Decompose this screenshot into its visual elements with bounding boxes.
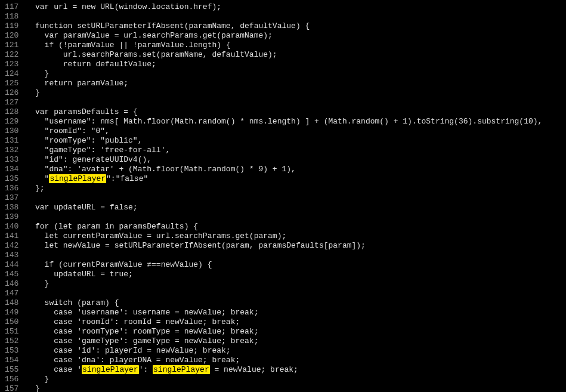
line-number: 132 — [5, 146, 18, 155]
code-line[interactable]: case 'singlePlayer': singlePlayer = newV… — [26, 365, 566, 375]
line-number: 143 — [5, 251, 18, 260]
line-number: 149 — [5, 308, 18, 317]
code-line[interactable]: "gameType": 'free-for-all', — [26, 146, 566, 155]
line-number: 148 — [5, 298, 18, 308]
line-number: 137 — [5, 193, 18, 203]
line-number: 128 — [5, 107, 18, 117]
code-line[interactable]: return defaultValue; — [26, 60, 566, 69]
code-line[interactable]: case 'dna': playerDNA = newValue; break; — [26, 356, 566, 365]
line-number: 122 — [5, 50, 18, 60]
code-line[interactable]: "dna": 'avatar' + (Math.floor(Math.rando… — [26, 165, 566, 174]
line-number: 120 — [5, 31, 18, 41]
code-line[interactable]: case 'roomId': roomId = newValue; break; — [26, 317, 566, 327]
search-highlight: singlePlayer — [49, 174, 106, 183]
code-line[interactable]: case 'roomType': roomType = newValue; br… — [26, 327, 566, 337]
line-number: 130 — [5, 126, 18, 136]
code-line[interactable]: if (!paramValue || !paramValue.length) { — [26, 41, 566, 50]
line-number: 152 — [5, 337, 18, 346]
line-number: 153 — [5, 346, 18, 356]
code-line[interactable]: function setURLParameterIfAbsent(paramNa… — [26, 21, 566, 31]
line-number: 145 — [5, 270, 18, 279]
code-line[interactable] — [26, 289, 566, 298]
code-editor[interactable]: 1171181191201211221231241251261271281291… — [0, 0, 566, 392]
code-line[interactable]: "roomType": "public", — [26, 136, 566, 146]
code-line[interactable]: "singlePlayer":"false" — [26, 174, 566, 184]
code-line[interactable]: "username": nms[ Math.floor(Math.random(… — [26, 117, 566, 126]
line-number: 133 — [5, 155, 18, 165]
line-number: 135 — [5, 174, 18, 184]
code-line[interactable]: updateURL = true; — [26, 270, 566, 279]
line-number: 150 — [5, 317, 18, 327]
line-number: 139 — [5, 212, 18, 222]
line-number: 129 — [5, 117, 18, 126]
code-line[interactable]: var paramsDefaults = { — [26, 107, 566, 117]
code-line[interactable]: } — [26, 375, 566, 384]
line-number: 119 — [5, 21, 18, 31]
line-number: 123 — [5, 60, 18, 69]
line-number: 141 — [5, 232, 18, 241]
line-number: 136 — [5, 184, 18, 193]
code-line[interactable]: } — [26, 88, 566, 98]
line-number: 142 — [5, 241, 18, 251]
line-number: 124 — [5, 69, 18, 79]
code-line[interactable]: url.searchParams.set(paramName, defaultV… — [26, 50, 566, 60]
code-line[interactable] — [26, 251, 566, 260]
code-line[interactable]: switch (param) { — [26, 298, 566, 308]
code-line[interactable]: } — [26, 279, 566, 289]
code-line[interactable]: for (let param in paramsDefaults) { — [26, 222, 566, 232]
line-number: 125 — [5, 79, 18, 88]
line-number: 134 — [5, 165, 18, 174]
code-line[interactable]: } — [26, 384, 566, 392]
code-line[interactable]: let newValue = setURLParameterIfAbsent(p… — [26, 241, 566, 251]
code-line[interactable]: var url = new URL(window.location.href); — [26, 2, 566, 12]
line-number: 138 — [5, 203, 18, 212]
line-number: 155 — [5, 365, 18, 375]
code-line[interactable] — [26, 98, 566, 107]
code-line[interactable]: return paramValue; — [26, 79, 566, 88]
line-number: 140 — [5, 222, 18, 232]
code-line[interactable] — [26, 12, 566, 21]
code-line[interactable]: var paramValue = url.searchParams.get(pa… — [26, 31, 566, 41]
code-line[interactable]: case 'id': playerId = newValue; break; — [26, 346, 566, 356]
line-number: 151 — [5, 327, 18, 337]
line-number-gutter: 1171181191201211221231241251261271281291… — [0, 2, 26, 392]
line-number: 156 — [5, 375, 18, 384]
search-highlight: singlePlayer — [153, 365, 210, 374]
line-number: 146 — [5, 279, 18, 289]
line-number: 118 — [5, 12, 18, 21]
search-highlight: singlePlayer — [82, 365, 139, 374]
code-line[interactable]: if (currentParamValue ≠== newValue) { — [26, 260, 566, 270]
line-number: 147 — [5, 289, 18, 298]
not-equal-operator: ≠== — [147, 260, 156, 270]
line-number: 144 — [5, 260, 18, 270]
code-line[interactable] — [26, 212, 566, 222]
line-number: 154 — [5, 356, 18, 365]
line-number: 131 — [5, 136, 18, 146]
code-line[interactable]: } — [26, 69, 566, 79]
line-number: 126 — [5, 88, 18, 98]
code-line[interactable]: let currentParamValue = url.searchParams… — [26, 232, 566, 241]
code-line[interactable]: "roomId": "0", — [26, 126, 566, 136]
code-content[interactable]: var url = new URL(window.location.href);… — [26, 2, 566, 392]
line-number: 117 — [5, 2, 18, 12]
code-line[interactable]: case 'gameType': gameType = newValue; br… — [26, 337, 566, 346]
line-number: 121 — [5, 41, 18, 50]
code-line[interactable]: "id": generateUUIDv4(), — [26, 155, 566, 165]
line-number: 157 — [5, 384, 18, 392]
code-line[interactable]: }; — [26, 184, 566, 193]
code-line[interactable] — [26, 193, 566, 203]
code-line[interactable]: var updateURL = false; — [26, 203, 566, 212]
line-number: 127 — [5, 98, 18, 107]
code-line[interactable]: case 'username': username = newValue; br… — [26, 308, 566, 317]
